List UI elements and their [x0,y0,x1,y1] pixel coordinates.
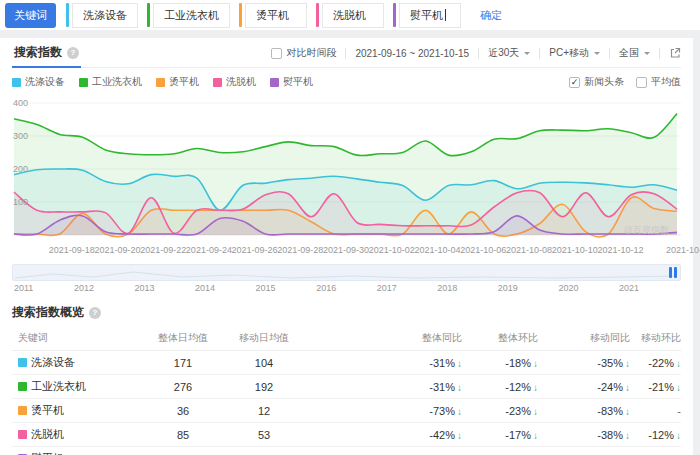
legend-swatch [156,78,165,87]
timeline-year-label: 2020 [558,283,578,295]
down-arrow-icon: ↓ [676,430,681,441]
keyword-cell: 洗脱机 [12,427,148,442]
news-headline-label: 新闻头条 [584,75,624,89]
x-axis-tick: 2021-10-08 [506,245,552,255]
keyword-name: 熨平机 [31,451,64,455]
keyword-tag[interactable]: 工业洗衣机 [147,3,230,28]
news-headline-checkbox[interactable]: ✓ 新闻头条 [569,75,624,89]
tag-label: 熨平机 [410,8,443,23]
keyword-tag[interactable]: 洗脱机 [316,3,384,28]
timeline-year-label: 2017 [377,283,397,295]
x-axis-tick: 2021-09-18 [49,245,95,255]
x-axis-tick: 2021-10-12 [597,245,643,255]
legend-item[interactable]: 洗涤设备 [12,75,65,89]
value-cell: -42%↓ [310,429,462,441]
legend-item[interactable]: 熨平机 [270,75,313,89]
column-header: 移动日均值 [218,331,310,345]
x-axis-tick: 2021-10-04 [414,245,460,255]
timeline-year-label: 2014 [195,283,215,295]
help-icon[interactable]: ? [89,307,101,319]
keyword-button[interactable]: 关键词 [5,3,56,28]
range-select[interactable]: 近30天 [488,46,530,60]
table-row[interactable]: 洗脱机8553-42%↓-17%↓-38%↓-12%↓ [12,423,681,447]
compare-period-checkbox[interactable]: 对比时间段 [271,46,336,60]
divider [478,48,479,59]
keyword-tag[interactable]: 洗涤设备 [66,3,138,28]
chart-legend: 洗涤设备工业洗衣机烫平机洗脱机熨平机 [12,75,327,89]
timeline-year-label: 2021 [619,283,639,295]
divider [609,48,610,59]
confirm-button[interactable]: 确定 [480,8,502,23]
chevron-down-icon [594,52,600,58]
overview-title-text: 搜索指数概览 [12,305,84,319]
timeline-year-label: 2013 [134,283,154,295]
legend-swatch [270,78,279,87]
tab-search-index[interactable]: 搜索指数? [12,43,81,68]
value-cell: -73%↓ [310,405,462,417]
overview-title: 搜索指数概览? [12,304,681,321]
y-axis-tick: 400 [13,98,28,108]
tab-label: 搜索指数 [14,45,62,59]
timeline-slider[interactable] [12,264,681,281]
keyword-swatch [18,358,27,367]
x-axis-tick: 2021-10-10 [552,245,598,255]
legend-swatch [12,78,21,87]
keyword-bar: 关键词 洗涤设备工业洗衣机烫平机洗脱机熨平机 确定 [0,0,700,30]
keyword-tag[interactable]: 熨平机 [393,3,461,28]
keyword-tag[interactable]: 烫平机 [239,3,307,28]
device-select-value: PC+移动 [549,46,589,60]
average-checkbox[interactable]: 平均值 [636,75,681,89]
keyword-name: 工业洗衣机 [31,379,86,394]
value-cell: 36 [148,405,218,417]
legend-label: 洗涤设备 [25,75,65,89]
legend-item[interactable]: 工业洗衣机 [79,75,142,89]
value-cell: - [630,405,681,417]
x-axis-tick: 2021-09-20 [94,245,140,255]
table-row[interactable]: 熨平机90-38%↓-21%↓-- [12,447,681,455]
region-select[interactable]: 全国 [619,46,650,60]
help-icon[interactable]: ? [67,47,79,59]
x-axis-tick: 2021-09-24 [186,245,232,255]
checkbox-checked-icon: ✓ [569,77,580,88]
tag-color-bar [66,3,69,27]
keyword-cell: 洗涤设备 [12,355,148,370]
y-axis-tick: 200 [13,164,28,174]
x-axis-tick: 2021-09-26 [232,245,278,255]
keyword-cell: 工业洗衣机 [12,379,148,394]
chevron-down-icon [644,52,650,58]
chart-options: ✓ 新闻头条 平均值 [569,75,681,89]
date-range-picker[interactable]: 2021-09-16 ~ 2021-10-15 [355,48,469,59]
x-axis-tick: 2021-09-22 [140,245,186,255]
keyword-tags: 洗涤设备工业洗衣机烫平机洗脱机熨平机 [66,3,470,28]
overview-table: 洗涤设备171104-31%↓-18%↓-35%↓-22%↓工业洗衣机27619… [12,351,681,455]
slider-handle[interactable] [669,267,677,278]
trend-chart[interactable]: @百度指数 400300200100 [12,97,681,245]
table-header-row: 关键词整体日均值移动日均值整体同比整体环比移动同比移动环比 [12,325,681,351]
keyword-cell: 熨平机 [12,451,148,455]
keyword-cell: 烫平机 [12,403,148,418]
y-axis-tick: 100 [13,197,28,207]
table-row[interactable]: 烫平机3612-73%↓-23%↓-83%↓- [12,399,681,423]
table-row[interactable]: 工业洗衣机276192-31%↓-12%↓-24%↓-21%↓ [12,375,681,399]
timeline-year-label: 2015 [256,283,276,295]
keyword-name: 洗脱机 [31,427,64,442]
toolbar: 搜索指数? 对比时间段 2021-09-16 ~ 2021-10-15 近30天… [12,43,681,68]
legend-label: 烫平机 [169,75,199,89]
open-in-new-icon[interactable] [669,47,681,59]
device-select[interactable]: PC+移动 [549,46,600,60]
legend-item[interactable]: 烫平机 [156,75,199,89]
value-cell: -31%↓ [310,357,462,369]
divider [539,48,540,59]
table-row[interactable]: 洗涤设备171104-31%↓-18%↓-35%↓-22%↓ [12,351,681,375]
timeline-years: 2011201220132014201520162017201820192020… [12,281,681,295]
range-select-value: 近30天 [488,46,519,60]
tag-label: 烫平机 [256,8,289,23]
x-axis-tick: 2021-10-06 [460,245,506,255]
down-arrow-icon: ↓ [676,382,681,393]
value-cell: -31%↓ [310,381,462,393]
legend-item[interactable]: 洗脱机 [213,75,256,89]
value-cell: -12%↓ [462,381,538,393]
toolbar-controls: 对比时间段 2021-09-16 ~ 2021-10-15 近30天 PC+移动… [271,46,681,64]
value-cell: -83%↓ [538,405,630,417]
checkbox-icon [636,77,647,88]
